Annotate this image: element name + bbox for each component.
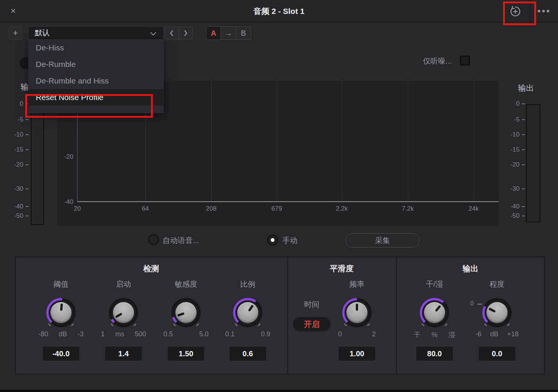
knob-attack[interactable]	[109, 298, 138, 327]
titlebar-divider	[530, 0, 531, 22]
time-label: 时间	[293, 299, 331, 310]
more-options-icon[interactable]	[538, 10, 553, 14]
knob-threshold[interactable]	[46, 298, 76, 327]
meter-tick	[522, 216, 525, 216]
meter-tick	[26, 216, 29, 216]
knob-label-frequency: 频率	[331, 279, 383, 289]
knob-scale-min: 1	[101, 330, 105, 338]
knob-scale-dry-wet: 干%湿	[414, 330, 455, 339]
panel-divider	[396, 257, 397, 374]
knob-ratio[interactable]	[233, 298, 262, 327]
graph-gridline	[342, 81, 342, 202]
graph-x-axis	[77, 201, 499, 202]
graph-x-tick: 7.2k	[396, 205, 419, 213]
knob-dry-wet[interactable]	[420, 298, 449, 327]
output-meter-label: 输出	[518, 83, 541, 93]
output-meter-scale-label: -50	[504, 212, 520, 220]
auto-speech-radio[interactable]	[148, 234, 159, 245]
knob-frequency[interactable]	[342, 298, 372, 327]
section-title-detection: 检测	[15, 263, 287, 274]
meter-tick	[26, 149, 29, 150]
preset-menu-item[interactable]: Reset Noise Profile	[28, 89, 164, 106]
knob-value-frequency[interactable]: 1.00	[338, 346, 376, 361]
knob-scale-ratio: 0.10.9	[225, 330, 270, 338]
controls-panel	[15, 257, 545, 374]
knob-scale-max: 0.9	[261, 330, 270, 338]
knob-scale-attack: 1ms500	[101, 330, 146, 338]
ab-a-button[interactable]: A	[206, 26, 221, 40]
knob-value-threshold[interactable]: -40.0	[42, 346, 80, 361]
knob-pointer	[109, 298, 138, 327]
graph-gridline	[277, 81, 277, 202]
knob-pointer	[483, 298, 511, 327]
ab-copy-arrow-button[interactable]: →	[221, 26, 236, 40]
meter-tick	[522, 164, 525, 165]
knob-scale-max: 500	[135, 330, 146, 338]
section-title-smoothing: 平滑度	[287, 263, 396, 274]
bottom-strip	[0, 390, 558, 392]
input-meter	[31, 104, 44, 225]
plugin-window: × 音频 2 - Slot 1 + 默认 A → B 输	[0, 0, 558, 392]
meter-tick	[26, 119, 29, 120]
meter-tick	[26, 164, 29, 165]
panel-divider	[287, 257, 288, 374]
knob-scale-max: 湿	[448, 330, 455, 339]
input-meter-scale-label: -5	[7, 116, 23, 123]
graph-x-tick: 679	[265, 205, 288, 213]
input-meter-scale-label: -40	[7, 203, 23, 210]
section-title-output: 输出	[396, 263, 545, 274]
input-meter-scale-label: 0	[7, 100, 23, 108]
preset-menu-item[interactable]: De-Rumble and Hiss	[28, 73, 164, 89]
preset-menu-item[interactable]: De-Hiss	[28, 40, 164, 56]
knob-value-sensitivity[interactable]: 1.50	[167, 346, 205, 361]
graph-x-tick: 20	[66, 205, 88, 213]
knob-scale-frequency: 02	[338, 330, 376, 338]
prev-preset-button[interactable]	[165, 26, 179, 40]
output-meter	[526, 104, 540, 222]
preset-menu-item[interactable]: De-Rumble	[28, 56, 164, 73]
listen-noise-checkbox[interactable]	[460, 56, 470, 65]
knob-label-threshold: 阈值	[35, 279, 87, 289]
meter-tick	[26, 188, 29, 189]
manual-label: 手动	[282, 236, 297, 246]
knob-scale-unit: ms	[115, 330, 124, 338]
input-meter-scale-label: -15	[7, 146, 23, 153]
ab-b-button[interactable]: B	[236, 26, 251, 40]
knob-scale-amount: -6dB+18	[476, 330, 519, 338]
input-meter-scale-label: -30	[7, 185, 23, 193]
knob-scale-unit: %	[431, 331, 438, 339]
knob-value-dry-wet[interactable]: 80.0	[416, 346, 453, 361]
graph-x-tick: 64	[134, 205, 157, 213]
meter-tick	[522, 188, 525, 189]
knob-scale-max: 5.0	[199, 330, 209, 338]
meter-tick	[26, 134, 29, 135]
knob-pointer	[233, 298, 262, 327]
knob-label-ratio: 比例	[221, 279, 274, 289]
output-meter-scale-label: -30	[504, 185, 520, 193]
add-preset-button[interactable]: +	[9, 26, 22, 40]
output-meter-scale-label: -15	[504, 146, 520, 153]
preset-combobox-value: 默认	[29, 28, 50, 38]
knob-scale-threshold: -80dB-3	[38, 330, 84, 338]
graph-gridline	[211, 81, 212, 202]
knob-sensitivity[interactable]	[171, 298, 201, 327]
knob-value-attack[interactable]: 1.4	[105, 346, 142, 361]
preset-menu: De-HissDe-RumbleDe-Rumble and HissReset …	[28, 40, 164, 113]
knob-value-amount[interactable]: 0.0	[478, 346, 516, 361]
knob-scale-unit: dB	[490, 330, 499, 338]
output-meter-scale-label: 0	[504, 100, 520, 108]
knob-label-amount: 程度	[471, 279, 523, 289]
knob-amount[interactable]	[482, 298, 512, 327]
knob-pointer	[172, 299, 200, 326]
meter-tick	[522, 134, 525, 135]
preset-combobox[interactable]: 默认	[28, 26, 164, 40]
knob-value-ratio[interactable]: 0.6	[229, 346, 267, 361]
ab-compare-group: A → B	[206, 26, 251, 40]
capture-button[interactable]: 采集	[345, 233, 420, 248]
zero-marker-dash	[477, 304, 482, 305]
window-title: 音频 2 - Slot 1	[0, 6, 558, 17]
manual-radio[interactable]	[267, 235, 278, 245]
reset-noise-profile-icon[interactable]	[509, 5, 523, 18]
next-preset-button[interactable]	[178, 26, 193, 40]
time-on-button[interactable]: 开启	[293, 317, 331, 331]
